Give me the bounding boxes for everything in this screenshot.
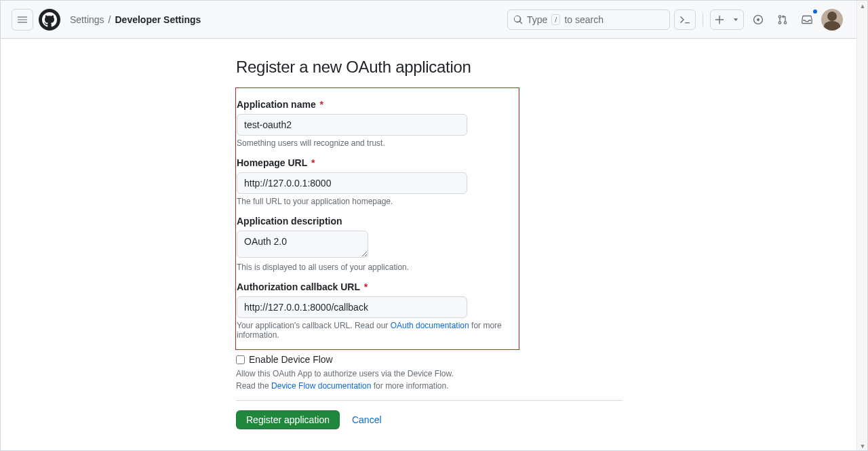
- svg-point-1: [757, 18, 760, 21]
- create-new-button[interactable]: [710, 9, 744, 30]
- callback-url-help: Your application's callback URL. Read ou…: [237, 321, 508, 340]
- search-suffix: to search: [564, 14, 604, 25]
- callback-url-input[interactable]: [237, 296, 467, 318]
- device-flow-group: Enable Device Flow Allow this OAuth App …: [236, 354, 623, 391]
- page-title: Register a new OAuth application: [236, 58, 623, 77]
- issues-button[interactable]: [748, 9, 768, 30]
- pull-requests-button[interactable]: [772, 9, 793, 30]
- terminal-icon: [679, 14, 690, 25]
- oauth-docs-link[interactable]: OAuth documentation: [391, 321, 469, 330]
- inbox-icon: [802, 14, 812, 25]
- app-description-input[interactable]: [237, 231, 368, 258]
- homepage-url-input[interactable]: [237, 172, 467, 194]
- plus-icon: [715, 15, 724, 24]
- device-flow-help-2: Read the Device Flow documentation for m…: [236, 381, 623, 391]
- menu-button[interactable]: [12, 9, 33, 31]
- svg-point-3: [778, 21, 781, 23]
- app-name-help: Something users will recognize and trust…: [237, 138, 508, 148]
- breadcrumb-separator: /: [108, 14, 111, 25]
- highlighted-fields: Application name * Something users will …: [235, 87, 519, 350]
- top-bar: Settings / Developer Settings Type / to …: [1, 1, 867, 39]
- device-flow-docs-link[interactable]: Device Flow documentation: [271, 381, 371, 391]
- scroll-down-icon[interactable]: ▼: [857, 441, 868, 451]
- svg-point-2: [778, 15, 781, 17]
- main-content: Register a new OAuth application Applica…: [1, 39, 867, 451]
- breadcrumb-developer-settings[interactable]: Developer Settings: [115, 14, 201, 25]
- callback-url-label: Authorization callback URL *: [237, 281, 508, 292]
- app-description-help: This is displayed to all users of your a…: [237, 262, 508, 272]
- enable-device-flow-label: Enable Device Flow: [249, 354, 333, 365]
- search-prefix: Type: [527, 14, 547, 25]
- search-icon: [513, 15, 523, 24]
- command-palette-button[interactable]: [674, 9, 696, 30]
- form-actions: Register application Cancel: [236, 410, 623, 429]
- search-kbd: /: [551, 14, 560, 25]
- scrollbar[interactable]: ▲ ▼: [856, 1, 867, 451]
- enable-device-flow-checkbox[interactable]: [236, 355, 245, 364]
- notifications-button[interactable]: [797, 9, 817, 30]
- homepage-url-label: Homepage URL *: [237, 157, 508, 168]
- register-application-button[interactable]: Register application: [236, 410, 340, 429]
- divider: [703, 13, 703, 26]
- app-name-input[interactable]: [237, 114, 467, 136]
- divider: [236, 400, 623, 401]
- breadcrumb: Settings / Developer Settings: [70, 14, 201, 25]
- notification-dot-icon: [812, 8, 818, 15]
- pull-request-icon: [777, 14, 788, 25]
- app-name-label: Application name *: [237, 99, 508, 110]
- device-flow-help-1: Allow this OAuth App to authorize users …: [236, 369, 623, 378]
- github-logo-icon[interactable]: [39, 9, 60, 31]
- homepage-url-help: The full URL to your application homepag…: [237, 197, 508, 206]
- user-avatar[interactable]: [821, 9, 843, 31]
- caret-down-icon: [732, 16, 739, 23]
- scroll-up-icon[interactable]: ▲: [857, 1, 868, 12]
- svg-point-4: [784, 21, 786, 23]
- search-input[interactable]: Type / to search: [507, 9, 670, 30]
- breadcrumb-settings[interactable]: Settings: [70, 14, 104, 25]
- issues-icon: [753, 14, 764, 25]
- app-description-label: Application description: [237, 216, 508, 227]
- cancel-link[interactable]: Cancel: [352, 414, 382, 425]
